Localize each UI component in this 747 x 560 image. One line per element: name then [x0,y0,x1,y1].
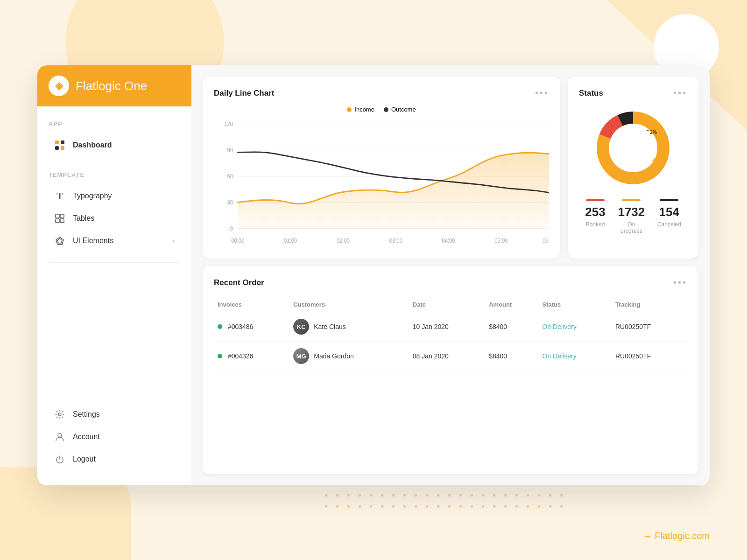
order-menu-button[interactable]: ••• [673,277,687,288]
date-cell-1: 10 Jan 2020 [409,312,485,342]
status-menu-button[interactable]: ••• [673,88,687,98]
sidebar-item-account-label: Account [73,433,100,441]
legend-outcome-label: Outcome [391,106,416,113]
col-invoices: Invoices [214,295,289,312]
donut-container: 7.2% 11.8% 81.0% [579,106,687,190]
invoice-dot-2 [218,354,222,358]
svg-text:00:00: 00:00 [231,237,244,244]
chart-card-header: Daily Line Chart ••• [214,88,549,98]
customer-name-2: Maria Gordon [314,352,354,360]
sidebar-bottom-items: Settings Account [49,404,180,471]
col-tracking: Tracking [612,295,687,312]
sidebar: ◈ Flatlogic One APP [37,65,191,485]
customer-2: MG Maria Gordon [293,348,405,364]
booked-label: Booked [585,221,605,228]
order-table-body: #003486 KC Kate Claus 10 Jan 2020 $8400 … [214,312,687,371]
amount-cell-2: $8400 [485,342,538,371]
chart-title: Daily Line Chart [214,89,274,98]
tracking-cell-2: RU00250TF [612,342,687,371]
customer-1: KC Kate Claus [293,319,405,335]
invoice-dot-1 [218,324,222,329]
invoice-number-2: #004326 [228,352,254,360]
invoice-cell-2: #004326 [214,342,289,371]
power-icon [54,454,65,465]
recent-order-card: Recent Order ••• Invoices Customers Date… [203,266,698,474]
sidebar-item-settings[interactable]: Settings [49,404,180,425]
svg-point-31 [611,126,655,170]
chart-svg-container: 120 90 60 30 0 00:00 01:00 02:00 03:00 0… [214,119,549,249]
sidebar-item-typography[interactable]: T Typography [49,186,180,206]
sidebar-item-tables-label: Tables [73,214,94,223]
svg-text:06:00: 06:00 [543,237,549,244]
legend-outcome: Outcome [384,106,416,113]
svg-text:30: 30 [227,199,233,206]
invoice-number-1: #003486 [228,323,254,330]
status-cell-2: On Delivery [539,342,612,371]
stat-progress: 1732 Onprogress [618,199,645,234]
sidebar-item-settings-label: Settings [73,410,100,419]
order-table-header-row: Invoices Customers Date Amount Status Tr… [214,295,687,312]
main-container: ◈ Flatlogic One APP [37,65,710,485]
income-dot [347,107,352,112]
tracking-cell-1: RU00250TF [612,312,687,342]
dashboard-icon [54,140,65,151]
sidebar-item-logout[interactable]: Logout [49,449,180,469]
sidebar-divider [49,262,180,263]
flatlogic-link[interactable]: → Flatlogic.com [643,531,710,541]
person-icon [54,431,65,442]
svg-point-6 [58,413,61,416]
col-amount: Amount [485,295,538,312]
status-card-header: Status ••• [579,88,687,98]
order-card-header: Recent Order ••• [214,277,687,288]
sidebar-section-template: TEMPLATE T Typography [49,171,180,253]
date-cell-2: 08 Jan 2020 [409,342,485,371]
order-table-head: Invoices Customers Date Amount Status Tr… [214,295,687,312]
order-title: Recent Order [214,278,264,287]
table-row: #003486 KC Kate Claus 10 Jan 2020 $8400 … [214,312,687,342]
canceled-label: Canceled [657,221,681,228]
daily-line-chart-card: Daily Line Chart ••• Income Outcome [203,77,560,259]
sidebar-section-label-app: APP [49,120,180,127]
logo-icon: ◈ [49,76,69,96]
amount-cell-1: $8400 [485,312,538,342]
ui-elements-arrow-icon: › [172,237,175,245]
avatar-kate: KC [293,319,309,335]
svg-rect-2 [56,219,59,223]
sidebar-item-dashboard[interactable]: Dashboard [49,135,180,155]
stat-booked: 253 Booked [585,199,605,234]
chart-menu-button[interactable]: ••• [535,88,549,98]
sidebar-item-ui-elements[interactable]: UI Elements › [49,231,180,251]
sidebar-item-account[interactable]: Account [49,427,180,447]
sidebar-item-tables[interactable]: Tables [49,208,180,229]
booked-number: 253 [585,205,605,219]
svg-rect-3 [60,219,64,223]
legend-income-label: Income [354,106,374,113]
progress-bar [622,199,641,201]
svg-text:60: 60 [227,173,233,180]
sidebar-content: APP Dashboard TEMPLATE [37,106,191,485]
svg-text:01:00: 01:00 [284,237,297,244]
svg-text:120: 120 [224,121,233,128]
typography-icon: T [54,190,65,202]
chart-svg: 120 90 60 30 0 00:00 01:00 02:00 03:00 0… [214,119,549,249]
invoice-cell-1: #003486 [214,312,289,342]
svg-text:02:00: 02:00 [337,237,350,244]
status-title: Status [579,89,603,98]
chart-legend: Income Outcome [214,106,549,113]
order-table: Invoices Customers Date Amount Status Tr… [214,295,687,371]
sidebar-item-ui-elements-label: UI Elements [73,237,113,245]
avatar-maria: MG [293,348,309,364]
status-numbers: 253 Booked 1732 Onprogress 154 Canceled [579,199,687,234]
svg-text:0: 0 [230,225,233,232]
table-row: #004326 MG Maria Gordon 08 Jan 2020 $840… [214,342,687,371]
tables-icon [54,213,65,224]
svg-point-7 [58,434,62,437]
status-card: Status ••• 7.2% 11.8% 81. [568,77,698,259]
svg-text:05:00: 05:00 [494,237,507,244]
sidebar-section-label-template: TEMPLATE [49,171,180,178]
customer-name-1: Kate Claus [314,323,345,330]
donut-svg: 7.2% 11.8% 81.0% [591,106,675,190]
outcome-dot [384,107,388,112]
status-cell-1: On Delivery [539,312,612,342]
sidebar-item-typography-label: Typography [73,192,112,200]
